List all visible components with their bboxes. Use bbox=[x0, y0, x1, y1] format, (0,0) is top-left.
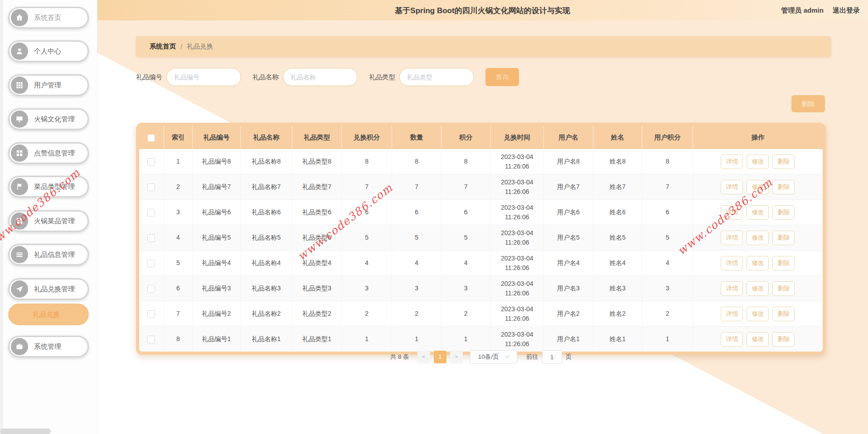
cell-quantity: 7 bbox=[392, 174, 441, 200]
goto-suffix-label: 页 bbox=[566, 353, 572, 361]
row-checkbox[interactable] bbox=[147, 183, 155, 191]
sidebar-item-gift-exchange[interactable]: 礼品兑换 bbox=[8, 304, 89, 325]
detail-button[interactable]: 详情 bbox=[721, 180, 743, 194]
edit-button[interactable]: 修改 bbox=[747, 256, 769, 270]
row-checkbox[interactable] bbox=[147, 285, 155, 293]
cell-gift_no: 礼品编号3 bbox=[193, 276, 241, 301]
briefcase-icon bbox=[11, 338, 28, 355]
page-size-select[interactable]: 10条/页 bbox=[470, 350, 517, 364]
th-time: 兑换时间 bbox=[490, 126, 544, 149]
edit-button[interactable]: 修改 bbox=[747, 231, 769, 245]
sidebar-item-home[interactable]: 系统首页 bbox=[8, 7, 89, 29]
edit-button[interactable]: 修改 bbox=[747, 205, 769, 220]
detail-button[interactable]: 详情 bbox=[721, 256, 743, 270]
sidebar-item-like-info-management[interactable]: 点赞信息管理 bbox=[8, 142, 89, 164]
sidebar-item-hotpot-dish-management[interactable]: 火锅菜品管理 bbox=[8, 210, 89, 232]
sidebar-item-system-management[interactable]: 系统管理 bbox=[8, 336, 89, 357]
sidebar-item-gift-info-management[interactable]: 礼品信息管理 bbox=[8, 244, 89, 265]
sidebar-item-gift-exchange-management[interactable]: 礼品兑换管理 bbox=[8, 278, 89, 300]
cell-gift_no: 礼品编号1 bbox=[193, 327, 241, 352]
row-checkbox[interactable] bbox=[147, 260, 155, 267]
sidebar-item-user-management[interactable]: 用户管理 bbox=[8, 74, 89, 96]
sidebar-item-dish-type-management[interactable]: 菜品类型管理 bbox=[8, 176, 89, 198]
edit-button[interactable]: 修改 bbox=[747, 332, 769, 347]
sidebar-scrollbar[interactable] bbox=[0, 429, 51, 434]
search-input-gift-name[interactable] bbox=[283, 68, 358, 86]
cell-checkbox bbox=[139, 174, 164, 200]
th-quantity: 数量 bbox=[392, 126, 441, 149]
home-icon bbox=[11, 9, 28, 26]
cell-index: 3 bbox=[164, 200, 192, 225]
detail-button[interactable]: 详情 bbox=[721, 281, 743, 296]
content-area: 系统首页 / 礼品兑换 礼品编号礼品名称礼品类型 查询 删除 索引礼品编号礼 bbox=[97, 20, 868, 434]
cell-gift_name: 礼品名称8 bbox=[240, 149, 292, 174]
detail-button[interactable]: 详情 bbox=[721, 154, 743, 169]
goto-label: 前往 bbox=[526, 353, 538, 361]
cell-user_points: 7 bbox=[642, 174, 693, 200]
cell-quantity: 8 bbox=[392, 149, 441, 174]
delete-row-button[interactable]: 删除 bbox=[772, 231, 795, 245]
sidebar-item-label: 系统首页 bbox=[34, 14, 61, 22]
cell-gift_no: 礼品编号2 bbox=[193, 301, 241, 327]
row-checkbox[interactable] bbox=[147, 158, 155, 166]
cell-gift_type: 礼品类型5 bbox=[292, 225, 342, 251]
main-area: 基于Spring Boot的四川火锅文化网站的设计与实现 管理员 admin 退… bbox=[97, 0, 868, 434]
delete-row-button[interactable]: 删除 bbox=[772, 180, 795, 194]
cell-gift_name: 礼品名称2 bbox=[240, 301, 292, 327]
detail-button[interactable]: 详情 bbox=[721, 332, 743, 347]
query-button[interactable]: 查询 bbox=[485, 68, 519, 86]
next-page-button[interactable]: > bbox=[450, 351, 463, 363]
detail-button[interactable]: 详情 bbox=[721, 205, 743, 220]
cell-user_points: 3 bbox=[642, 276, 693, 301]
edit-button[interactable]: 修改 bbox=[747, 180, 769, 194]
edit-button[interactable]: 修改 bbox=[747, 154, 769, 169]
breadcrumb-separator: / bbox=[180, 43, 182, 50]
sidebar: 系统首页个人中心用户管理火锅文化管理点赞信息管理菜品类型管理火锅菜品管理礼品信息… bbox=[0, 0, 97, 434]
search-input-gift-no[interactable] bbox=[166, 68, 241, 86]
th-checkbox bbox=[139, 126, 164, 149]
cell-exchange_points: 2 bbox=[341, 301, 392, 327]
th-gift_no: 礼品编号 bbox=[193, 126, 241, 149]
current-page-button[interactable]: 1 bbox=[434, 351, 446, 363]
batch-delete-button[interactable]: 删除 bbox=[791, 95, 825, 112]
row-checkbox[interactable] bbox=[147, 310, 155, 318]
prev-page-button[interactable]: < bbox=[417, 351, 430, 363]
detail-button[interactable]: 详情 bbox=[721, 307, 743, 321]
row-checkbox[interactable] bbox=[147, 336, 155, 343]
search-form: 礼品编号礼品名称礼品类型 查询 bbox=[136, 68, 519, 86]
detail-button[interactable]: 详情 bbox=[721, 231, 743, 245]
cell-index: 1 bbox=[164, 149, 192, 174]
cell-time: 2023-03-04 11:26:06 bbox=[490, 327, 544, 352]
grid-icon bbox=[11, 77, 28, 94]
cell-actions: 详情修改删除 bbox=[693, 200, 823, 225]
breadcrumb-home[interactable]: 系统首页 bbox=[150, 42, 176, 51]
search-input-gift-type[interactable] bbox=[399, 68, 474, 86]
delete-row-button[interactable]: 删除 bbox=[772, 154, 795, 169]
row-checkbox[interactable] bbox=[147, 209, 155, 217]
logout-link[interactable]: 退出登录 bbox=[833, 6, 860, 14]
row-checkbox[interactable] bbox=[147, 234, 155, 242]
delete-row-button[interactable]: 删除 bbox=[772, 256, 795, 270]
search-label-gift-type: 礼品类型 bbox=[369, 73, 395, 82]
sidebar-item-hotpot-culture-management[interactable]: 火锅文化管理 bbox=[8, 108, 89, 130]
select-all-checkbox[interactable] bbox=[148, 135, 155, 141]
cell-points: 2 bbox=[441, 301, 490, 327]
sidebar-item-label: 用户管理 bbox=[34, 81, 61, 90]
delete-row-button[interactable]: 删除 bbox=[772, 281, 795, 296]
delete-row-button[interactable]: 删除 bbox=[772, 307, 795, 321]
edit-button[interactable]: 修改 bbox=[747, 307, 769, 321]
search-label-gift-no: 礼品编号 bbox=[136, 73, 162, 82]
cell-index: 5 bbox=[164, 251, 192, 276]
sidebar-item-profile[interactable]: 个人中心 bbox=[8, 40, 89, 62]
delete-row-button[interactable]: 删除 bbox=[772, 205, 795, 220]
cell-quantity: 5 bbox=[392, 225, 441, 251]
goto-page-input[interactable] bbox=[542, 350, 562, 364]
cell-gift_name: 礼品名称1 bbox=[240, 327, 292, 352]
delete-row-button[interactable]: 删除 bbox=[772, 332, 795, 347]
pagination-total: 共 8 条 bbox=[390, 353, 409, 361]
cell-name: 姓名7 bbox=[593, 174, 642, 200]
edit-button[interactable]: 修改 bbox=[747, 281, 769, 296]
cell-quantity: 3 bbox=[392, 276, 441, 301]
goto-page: 前往 页 bbox=[526, 350, 572, 364]
sidebar-item-label: 礼品信息管理 bbox=[34, 251, 75, 259]
